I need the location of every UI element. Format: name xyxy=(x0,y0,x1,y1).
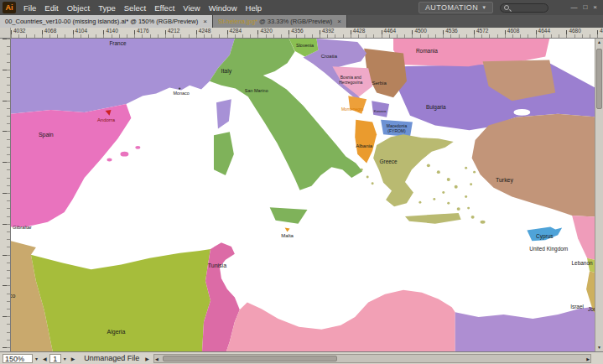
map-label: Montenegro xyxy=(341,107,364,112)
chevron-down-icon: ▼ xyxy=(481,5,486,10)
ruler-top[interactable]: 4032406841044140417642124248428443204356… xyxy=(11,28,603,39)
scroll-left-icon[interactable]: ◀ xyxy=(155,355,159,363)
map-label: Israel xyxy=(570,304,584,309)
window-controls: — □ × xyxy=(570,0,597,15)
ruler-number: 4032 xyxy=(13,28,25,34)
map-label: Jordan xyxy=(588,306,595,312)
map-label: San Marino xyxy=(245,88,268,93)
horizontal-scrollbar[interactable]: ◀ ▶ xyxy=(153,354,591,363)
tab-zoom-info: @ 33.33% (RGB/Preview) xyxy=(257,18,332,25)
canvas[interactable]: FranceMonacoItalySan MarinoSloveniaCroat… xyxy=(11,39,595,351)
map-label: Bulgaria xyxy=(426,104,446,111)
tab-document-countries[interactable]: 00_Countries_ver10-00 (missing islands).… xyxy=(0,15,213,28)
tab-title: St-helena.jpg* @ 33.33% (RGB/Preview) xyxy=(218,18,332,25)
map-label: Tunisia xyxy=(208,263,226,268)
map-label: United Kingdom xyxy=(529,246,568,252)
document-tab-bar: 00_Countries_ver10-00 (missing islands).… xyxy=(0,15,603,28)
artboard-prev-icon[interactable]: ◀ xyxy=(40,356,49,361)
close-icon[interactable]: × xyxy=(593,0,597,15)
map-label: France xyxy=(109,40,127,46)
ruler-number: 4428 xyxy=(353,28,365,34)
titlebar-right: AUTOMATION ▼ — □ × xyxy=(418,0,603,15)
zoom-level-input[interactable]: 150% xyxy=(3,354,33,363)
menu-help[interactable]: Help xyxy=(242,3,267,13)
map-label: Romania xyxy=(416,48,438,54)
scroll-up-icon[interactable]: ▲ xyxy=(595,39,603,46)
ruler-number: 4212 xyxy=(168,28,179,34)
ruler-number: 4356 xyxy=(291,28,303,34)
scroll-down-icon[interactable]: ▼ xyxy=(595,344,603,351)
ruler-number: 4284 xyxy=(230,28,242,34)
horizontal-scroll-thumb[interactable] xyxy=(163,356,337,361)
ruler-left[interactable] xyxy=(0,39,11,351)
map-label: Morocco xyxy=(11,293,16,299)
map-label: Croatia xyxy=(321,54,338,59)
map-label: Kosovo xyxy=(374,109,387,113)
ruler-number: 4140 xyxy=(106,28,117,34)
ruler-number: 4644 xyxy=(538,28,550,34)
map-svg[interactable]: FranceMonacoItalySan MarinoSloveniaCroat… xyxy=(11,39,595,351)
ruler-number: 4572 xyxy=(476,28,488,34)
status-flyout-icon[interactable]: ▶ xyxy=(143,356,152,361)
search-input[interactable] xyxy=(500,3,548,13)
vertical-scrollbar[interactable]: ▲ ▼ xyxy=(595,39,603,351)
map-label: Turkey xyxy=(496,177,514,184)
menu-effect[interactable]: Effect xyxy=(150,3,179,13)
tab-title: 00_Countries_ver10-00 (missing islands).… xyxy=(5,18,198,25)
map-label: Cyprus xyxy=(536,233,553,240)
map-label: Macedonia xyxy=(387,124,408,128)
ruler-number: 4248 xyxy=(199,28,211,34)
map-label: Italy xyxy=(221,68,232,75)
map-label: Monaco xyxy=(173,91,189,96)
ruler-row: 4032406841044140417642124248428443204356… xyxy=(0,28,603,39)
artboard-next-icon[interactable]: ▶ xyxy=(69,356,78,361)
minimize-icon[interactable]: — xyxy=(570,0,577,15)
map-label: Malta xyxy=(281,233,294,238)
ruler-number: 4392 xyxy=(322,28,334,34)
ruler-number: 4680 xyxy=(569,28,580,34)
marker-monaco[interactable] xyxy=(179,87,180,89)
ruler-number: 4320 xyxy=(260,28,272,34)
menu-window[interactable]: Window xyxy=(205,3,242,13)
tab-file-name: 00_Countries_ver10-00 (missing islands).… xyxy=(5,18,128,25)
status-text: Unmanaged File xyxy=(84,354,139,362)
ruler-number: 4176 xyxy=(137,28,148,34)
menu-select[interactable]: Select xyxy=(120,3,150,13)
canvas-row: FranceMonacoItalySan MarinoSloveniaCroat… xyxy=(0,39,603,351)
artboard-dropdown-icon[interactable]: ▾ xyxy=(61,356,69,361)
zoom-dropdown-icon[interactable]: ▾ xyxy=(33,356,40,361)
ruler-number: 4068 xyxy=(44,28,56,34)
artboard-number[interactable]: 1 xyxy=(49,354,61,363)
tab-file-name: St-helena.jpg* xyxy=(218,18,257,25)
tab-document-st-helena[interactable]: St-helena.jpg* @ 33.33% (RGB/Preview) × xyxy=(213,15,347,28)
app-icon[interactable]: Ai xyxy=(3,2,16,13)
map-label: (FYROM) xyxy=(387,129,406,133)
map-label: Serbia xyxy=(372,81,387,86)
sea-of-marmara xyxy=(513,109,530,116)
menu-view[interactable]: View xyxy=(179,3,204,13)
status-bar: 150% ▾ ◀ 1 ▾ ▶ Unmanaged File ▶ ◀ ▶ xyxy=(0,351,603,364)
tab-close-icon[interactable]: × xyxy=(337,18,341,25)
ruler-number: 4464 xyxy=(384,28,396,34)
tab-close-icon[interactable]: × xyxy=(203,18,207,25)
map-label: Spain xyxy=(39,132,54,138)
scroll-right-icon[interactable]: ▶ xyxy=(586,355,590,363)
map-label: Lebanon xyxy=(571,261,593,267)
ruler-number: 4608 xyxy=(507,28,519,34)
menu-edit[interactable]: Edit xyxy=(40,3,62,13)
maximize-icon[interactable]: □ xyxy=(583,0,587,15)
menu-bar: FileEditObjectTypeSelectEffectViewWindow… xyxy=(19,3,266,13)
map-label: Gibraltar xyxy=(13,225,32,230)
menu-object[interactable]: Object xyxy=(63,3,94,13)
resize-corner xyxy=(593,352,603,364)
menu-type[interactable]: Type xyxy=(94,3,120,13)
menu-file[interactable]: File xyxy=(19,3,40,13)
title-bar: Ai FileEditObjectTypeSelectEffectViewWin… xyxy=(0,0,603,15)
map-label: Slovenia xyxy=(296,43,314,48)
ruler-number: 4536 xyxy=(445,28,457,34)
vertical-scroll-thumb[interactable] xyxy=(596,49,602,109)
ruler-number: 4716 xyxy=(600,28,603,34)
workspace-switcher[interactable]: AUTOMATION ▼ xyxy=(418,2,494,13)
ruler-corner[interactable] xyxy=(0,28,11,39)
ruler-number: 4500 xyxy=(414,28,426,34)
